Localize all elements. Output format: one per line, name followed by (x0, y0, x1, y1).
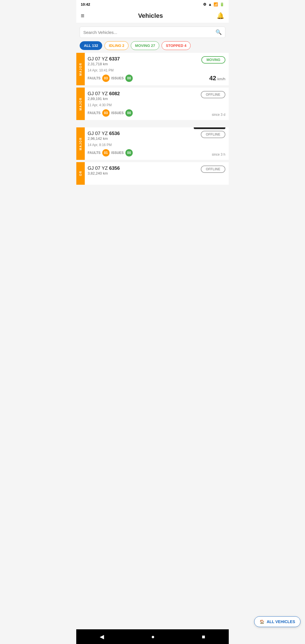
issues-label: ISSUES (111, 111, 124, 115)
side-label-major: MAJOR (76, 53, 85, 85)
status-badge-offline: OFFLINE (201, 166, 225, 173)
battery-icon: 🔋 (220, 2, 224, 6)
top-nav: ≡ Vehicles 🔔 (76, 9, 229, 23)
speed-display: 42 km/h (209, 75, 225, 82)
signal-icon: 📶 (213, 2, 218, 6)
status-badge-offline: OFFLINE (201, 131, 225, 138)
vehicle-time: 14 Apr, 8:16 PM (88, 143, 181, 147)
card-right: MOVING 42 km/h (184, 53, 229, 85)
search-icon: 🔍 (215, 29, 222, 35)
vehicle-km: 2,96,142 km (88, 136, 181, 141)
vehicle-km: 2,89,191 km (88, 97, 181, 101)
issues-label: ISSUES (111, 151, 124, 155)
vehicle-id: GJ 07 YZ 6536 (88, 131, 181, 136)
filter-tabs: ALL 132 IDLING 2 MOVING 27 STOPPED 4 (76, 41, 229, 50)
wifi-icon: ▲ (208, 2, 212, 6)
search-bar[interactable]: 🔍 (80, 27, 225, 38)
card-body: GJ 07 YZ 6536 2,96,142 km 14 Apr, 8:16 P… (85, 127, 229, 160)
vehicle-time: 14 Apr, 10:41 PM (88, 68, 181, 72)
faults-label: FAULTS (88, 151, 101, 155)
issues-badge: 00 (125, 109, 133, 117)
vehicle-card[interactable]: OR GJ 07 YZ 6356 3,82,240 km OFFLINE (76, 162, 229, 185)
vehicle-id: GJ 07 YZ 6337 (88, 56, 181, 62)
menu-button[interactable]: ≡ (81, 12, 84, 19)
vehicle-km: 3,82,240 km (88, 171, 181, 175)
card-body: GJ 07 YZ 6337 2,31,718 km 14 Apr, 10:41 … (85, 53, 229, 85)
since-text: since 3 d (212, 113, 225, 117)
status-icons: ⚙ ▲ 📶 🔋 (203, 2, 224, 6)
speed-value: 42 (209, 75, 216, 82)
faults-row: FAULTS 01 ISSUES 00 (88, 149, 181, 156)
since-text: since 3 h (212, 153, 225, 156)
page-title: Vehicles (138, 12, 163, 19)
side-label-or: OR (76, 162, 85, 185)
status-badge-moving: MOVING (201, 56, 225, 64)
issues-badge: 00 (125, 149, 133, 156)
card-left: GJ 07 YZ 6356 3,82,240 km (85, 162, 184, 185)
filter-stopped[interactable]: STOPPED 4 (162, 41, 191, 50)
card-left: GJ 07 YZ 6536 2,96,142 km 14 Apr, 8:16 P… (85, 127, 184, 160)
status-time: 10:42 (81, 2, 90, 6)
faults-row: FAULTS 03 ISSUES 00 (88, 109, 181, 117)
vehicle-id: GJ 07 YZ 6356 (88, 166, 181, 171)
vehicle-id: GJ 07 YZ 6082 (88, 91, 181, 97)
card-body: GJ 07 YZ 6356 3,82,240 km OFFLINE (85, 162, 229, 185)
vehicle-card[interactable]: MAJOR GJ 07 YZ 6082 2,89,191 km 11 Apr, … (76, 88, 229, 120)
vehicle-list: MAJOR GJ 07 YZ 6337 2,31,718 km 14 Apr, … (76, 53, 229, 187)
filter-idling[interactable]: IDLING 2 (104, 41, 128, 50)
faults-label: FAULTS (88, 111, 101, 115)
vehicle-km: 2,31,718 km (88, 62, 181, 66)
search-input[interactable] (83, 30, 215, 35)
status-badge-offline: OFFLINE (201, 91, 225, 98)
card-body: GJ 07 YZ 6082 2,89,191 km 11 Apr, 4:30 P… (85, 88, 229, 120)
vehicle-card[interactable]: No External Power MAJOR GJ 07 YZ 6536 2,… (76, 127, 229, 160)
notifications-button[interactable]: 🔔 (217, 12, 224, 19)
card-right: OFFLINE (184, 162, 229, 185)
settings-icon: ⚙ (203, 2, 206, 6)
status-bar: 10:42 ⚙ ▲ 📶 🔋 (76, 0, 229, 9)
faults-badge: 03 (102, 109, 110, 117)
side-label-major: MAJOR (76, 88, 85, 120)
faults-badge: 01 (102, 149, 110, 156)
issues-badge: 00 (125, 75, 133, 82)
vehicle-card[interactable]: MAJOR GJ 07 YZ 6337 2,31,718 km 14 Apr, … (76, 53, 229, 85)
card-right: OFFLINE since 3 d (184, 88, 229, 120)
card-right: OFFLINE since 3 h (184, 127, 229, 160)
card-left: GJ 07 YZ 6082 2,89,191 km 11 Apr, 4:30 P… (85, 88, 184, 120)
faults-badge: 03 (102, 75, 110, 82)
card-left: GJ 07 YZ 6337 2,31,718 km 14 Apr, 10:41 … (85, 53, 184, 85)
filter-moving[interactable]: MOVING 27 (131, 41, 159, 50)
speed-unit: km/h (217, 77, 225, 81)
vehicle-time: 11 Apr, 4:30 PM (88, 103, 181, 107)
filter-all[interactable]: ALL 132 (80, 41, 102, 50)
faults-label: FAULTS (88, 76, 101, 80)
no-external-power-tooltip: No External Power (194, 127, 225, 129)
faults-row: FAULTS 03 ISSUES 00 (88, 75, 181, 82)
side-label-major: MAJOR (76, 127, 85, 160)
issues-label: ISSUES (111, 76, 124, 80)
